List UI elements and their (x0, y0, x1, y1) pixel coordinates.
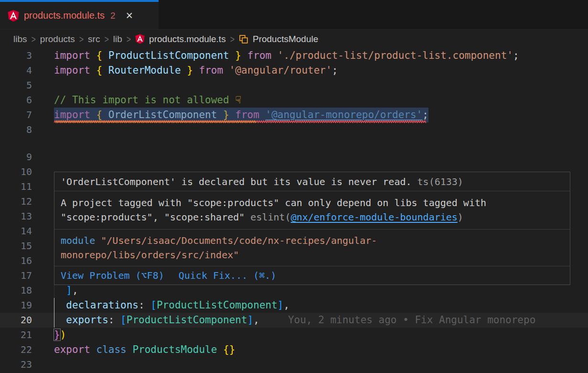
code-line-7[interactable]: 7import { OrderListComponent } from '@an… (0, 108, 588, 122)
code-line-21[interactable]: 21}) (0, 328, 588, 342)
code-line-22[interactable]: 22export class ProductsModule {} (0, 342, 588, 357)
line-number[interactable]: 15 (0, 239, 32, 253)
tab-bar: products.module.ts 2 × (0, 0, 588, 30)
breadcrumb-item-libs[interactable]: libs (13, 34, 27, 44)
breadcrumb-item-file[interactable]: products.module.ts (149, 34, 226, 44)
code-token: {} (223, 344, 235, 355)
line-number[interactable]: 22 (0, 342, 32, 357)
error-hover-popup: 'OrderListComponent' is declared but its… (54, 172, 570, 285)
line-number[interactable]: 6 (0, 93, 32, 108)
code-token: } (54, 329, 60, 340)
code-token: export (54, 344, 96, 355)
code-editor: 3import { ProductListComponent } from '.… (0, 48, 588, 373)
line-number[interactable]: 7 (0, 108, 32, 122)
code-token: '@angular/router' (229, 65, 332, 76)
code-line-8[interactable]: 8 (0, 122, 588, 150)
code-line-20[interactable]: 20 exports: [ProductListComponent],You, … (0, 313, 588, 328)
close-icon[interactable]: × (126, 10, 133, 22)
code-token: from (235, 109, 265, 121)
code-token: declarations (54, 299, 139, 311)
code-line-23[interactable]: 23 (0, 357, 588, 372)
line-number[interactable]: 9 (0, 150, 32, 165)
code-token: ; (513, 50, 519, 61)
breadcrumb-item-products[interactable]: products (40, 34, 75, 44)
code-line-4[interactable]: 4import { RouterModule } from '@angular/… (0, 63, 588, 78)
hover-token: monorepo/libs/orders/src/index" (61, 249, 239, 261)
code-content: import { RouterModule } from '@angular/r… (54, 63, 588, 78)
code-content: exports: [ProductListComponent],You, 2 m… (54, 313, 588, 328)
code-content: import { ProductListComponent } from './… (54, 48, 588, 63)
code-text: import { OrderListComponent } from '@ang… (54, 108, 428, 122)
code-token: ; (332, 65, 338, 76)
line-number[interactable]: 18 (0, 283, 32, 298)
line-number[interactable]: 16 (0, 253, 32, 268)
code-line-3[interactable]: 3import { ProductListComponent } from '.… (0, 48, 588, 63)
line-number[interactable]: 10 (0, 165, 32, 179)
line-number[interactable]: 4 (0, 63, 32, 78)
hover-token: ts(6133) (412, 176, 463, 187)
code-token: ] (66, 285, 72, 296)
line-number[interactable]: 13 (0, 209, 32, 224)
code-token: from (199, 65, 229, 76)
code-token: class (96, 344, 133, 355)
hover-messages: 'OrderListComponent' is declared but its… (54, 172, 570, 266)
code-content: import { OrderListComponent } from '@ang… (54, 108, 588, 122)
hover-text-line: monorepo/libs/orders/src/index" (61, 248, 564, 262)
code-text: }) (54, 328, 66, 342)
line-number[interactable]: 8 (0, 122, 32, 137)
code-token: RouterModule (108, 65, 187, 76)
line-number[interactable]: 11 (0, 179, 32, 194)
line-number[interactable]: 3 (0, 48, 32, 63)
angular-icon (8, 10, 19, 22)
code-token: ProductsModule (132, 344, 223, 355)
code-content: }) (54, 328, 588, 342)
hover-token: ) (458, 211, 463, 223)
tab-products-module[interactable]: products.module.ts 2 × (0, 0, 159, 29)
hover-message-section: 'OrderListComponent' is declared but its… (54, 172, 570, 191)
git-blame-annotation: You, 2 minutes ago • Fix Angular monorep… (288, 314, 535, 326)
code-text: // This import is not allowed ☟ (54, 93, 241, 108)
breadcrumb-item-symbol[interactable]: ProductsModule (253, 34, 318, 44)
breadcrumb-item-lib[interactable]: lib (113, 34, 122, 44)
code-token: import (54, 50, 96, 61)
chevron-right-icon: > (104, 33, 108, 44)
breadcrumb-item-src[interactable]: src (88, 34, 100, 44)
line-number[interactable]: 5 (0, 78, 32, 93)
quick-fix-button[interactable]: Quick Fix... (⌘.) (179, 270, 277, 281)
code-token: , (253, 314, 259, 326)
tab-error-count: 2 (110, 11, 116, 21)
line-number[interactable]: 21 (0, 328, 32, 342)
line-number[interactable]: 19 (0, 298, 32, 313)
code-token: import (54, 109, 96, 121)
code-token: , (72, 285, 78, 296)
code-token: exports (54, 314, 108, 326)
hover-token: "scope:products", "scope:shared" (61, 211, 250, 223)
code-token: } (223, 109, 235, 121)
code-token: ProductListComponent (157, 299, 278, 311)
code-line-18[interactable]: 18 ], (0, 283, 588, 298)
view-problem-button[interactable]: View Problem (⌥F8) (61, 270, 164, 281)
code-token: '@angular-monorepo/orders' (266, 109, 423, 121)
hover-text-line: 'OrderListComponent' is declared but its… (61, 175, 463, 189)
tab-label: products.module.ts (24, 10, 105, 21)
code-line-19[interactable]: 19 declarations: [ProductListComponent], (0, 298, 588, 313)
code-content: // This import is not allowed ☟ (54, 93, 588, 108)
line-number[interactable]: 23 (0, 357, 32, 372)
code-token: [ (150, 299, 157, 311)
code-line-9[interactable]: 9 (0, 150, 588, 165)
line-number[interactable]: 17 (0, 268, 32, 283)
hover-token: 'OrderListComponent' is declared but its… (61, 176, 412, 187)
code-line-6[interactable]: 6// This import is not allowed ☟ (0, 93, 588, 108)
hover-token: A project tagged with "scope:products" c… (61, 197, 486, 208)
code-text: import { RouterModule } from '@angular/r… (54, 63, 338, 78)
code-content: export class ProductsModule {} (54, 342, 588, 357)
code-content (54, 78, 588, 93)
code-token: [ (120, 314, 127, 326)
hover-token: module (61, 235, 95, 246)
line-number[interactable]: 14 (0, 224, 32, 239)
eslint-rule-link[interactable]: @nx/enforce-module-boundaries (291, 211, 458, 223)
code-token: './product-list/product-list.component' (278, 50, 513, 61)
code-line-5[interactable]: 5 (0, 78, 588, 93)
line-number[interactable]: 12 (0, 194, 32, 209)
line-number[interactable]: 20 (0, 313, 32, 328)
